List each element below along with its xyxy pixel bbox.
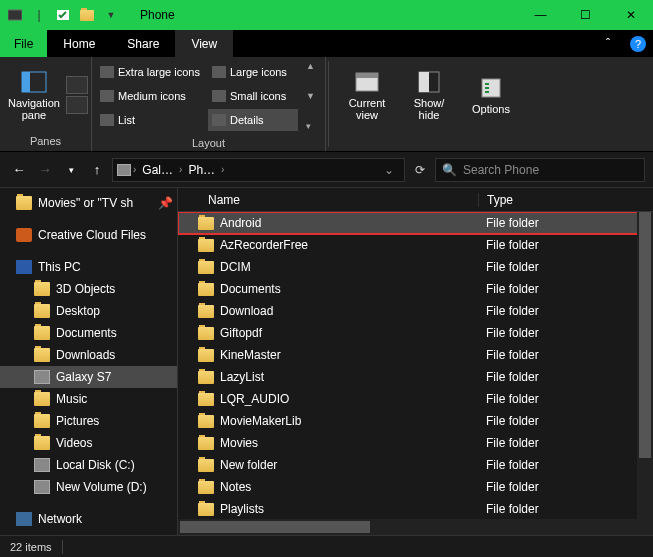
vertical-scrollbar[interactable]	[637, 212, 653, 519]
search-input[interactable]: 🔍 Search Phone	[435, 158, 645, 182]
file-row[interactable]: PlaylistsFile folder	[178, 498, 653, 519]
layout-large-icons[interactable]: Large icons	[208, 61, 298, 83]
layout-group-label: Layout	[92, 135, 325, 153]
titlebar: | ▼ Phone — ☐ ✕	[0, 0, 653, 30]
file-row[interactable]: New folderFile folder	[178, 454, 653, 476]
layout-list[interactable]: List	[96, 109, 206, 131]
navigation-pane-button[interactable]: Navigation pane	[8, 69, 60, 121]
folder-icon	[198, 481, 214, 494]
layout-small-icons[interactable]: Small icons	[208, 85, 298, 107]
item-count: 22 items	[10, 541, 52, 553]
tree-new-volume-d-[interactable]: New Volume (D:)	[0, 476, 177, 498]
crumb-0[interactable]: Gal…	[138, 163, 177, 177]
svg-rect-0	[8, 10, 22, 20]
folder-icon	[198, 503, 214, 516]
qat-icon[interactable]	[4, 4, 26, 26]
qat-dropdown-icon[interactable]: ▼	[100, 4, 122, 26]
col-type[interactable]: Type	[478, 193, 653, 207]
help-button[interactable]: ?	[623, 30, 653, 57]
folder-icon	[34, 304, 50, 318]
tree-galaxy-s7[interactable]: Galaxy S7	[0, 366, 177, 388]
tree-videos[interactable]: Videos	[0, 432, 177, 454]
crumb-dropdown-icon[interactable]: ⌄	[378, 163, 400, 177]
folder-icon	[198, 415, 214, 428]
file-row[interactable]: DCIMFile folder	[178, 256, 653, 278]
file-row[interactable]: AzRecorderFreeFile folder	[178, 234, 653, 256]
forward-button[interactable]: →	[34, 159, 56, 181]
file-row[interactable]: GiftopdfFile folder	[178, 322, 653, 344]
tree-desktop[interactable]: Desktop	[0, 300, 177, 322]
refresh-button[interactable]: ⟳	[409, 163, 431, 177]
cloud-icon	[16, 228, 32, 242]
back-button[interactable]: ←	[8, 159, 30, 181]
tree-movies-or-tv-sh[interactable]: Movies" or "TV sh📌	[0, 192, 177, 214]
panes-group-label: Panes	[0, 133, 91, 151]
layout-medium-icons[interactable]: Medium icons	[96, 85, 206, 107]
tree-local-disk-c-[interactable]: Local Disk (C:)	[0, 454, 177, 476]
options-button[interactable]: Options	[463, 75, 519, 115]
folder-icon	[34, 282, 50, 296]
maximize-button[interactable]: ☐	[563, 0, 608, 30]
breadcrumb[interactable]: › Gal… › Ph… › ⌄	[112, 158, 405, 182]
folder-icon	[198, 327, 214, 340]
search-placeholder: Search Phone	[463, 163, 539, 177]
folder-icon	[198, 239, 214, 252]
nav-tree: Movies" or "TV sh📌Creative Cloud FilesTh…	[0, 188, 178, 535]
svg-rect-5	[356, 73, 378, 78]
tree-3d-objects[interactable]: 3D Objects	[0, 278, 177, 300]
drive-icon	[34, 480, 50, 494]
minimize-button[interactable]: —	[518, 0, 563, 30]
tree-pictures[interactable]: Pictures	[0, 410, 177, 432]
file-row[interactable]: LazyListFile folder	[178, 366, 653, 388]
layout-details[interactable]: Details	[208, 109, 298, 131]
up-button[interactable]: ↑	[86, 159, 108, 181]
file-row[interactable]: AndroidFile folder	[178, 212, 653, 234]
tree-this-pc[interactable]: This PC	[0, 256, 177, 278]
file-menu[interactable]: File	[0, 30, 47, 57]
layout-extra-large-icons[interactable]: Extra large icons	[96, 61, 206, 83]
folder-icon	[198, 349, 214, 362]
crumb-1[interactable]: Ph…	[184, 163, 219, 177]
horizontal-scrollbar[interactable]	[178, 519, 653, 535]
folder-icon	[34, 326, 50, 340]
tree-network[interactable]: Network	[0, 508, 177, 530]
qat-properties-icon[interactable]	[52, 4, 74, 26]
details-pane-icon[interactable]	[66, 96, 88, 114]
file-row[interactable]: DownloadFile folder	[178, 300, 653, 322]
tree-downloads[interactable]: Downloads	[0, 344, 177, 366]
address-bar: ← → ▾ ↑ › Gal… › Ph… › ⌄ ⟳ 🔍 Search Phon…	[0, 152, 653, 188]
file-row[interactable]: MovieMakerLibFile folder	[178, 410, 653, 432]
close-button[interactable]: ✕	[608, 0, 653, 30]
pc-icon	[16, 260, 32, 274]
tree-creative-cloud-files[interactable]: Creative Cloud Files	[0, 224, 177, 246]
tab-home[interactable]: Home	[47, 30, 111, 57]
drive-icon	[117, 164, 131, 176]
file-row[interactable]: NotesFile folder	[178, 476, 653, 498]
tree-documents[interactable]: Documents	[0, 322, 177, 344]
folder-icon	[34, 414, 50, 428]
tab-view[interactable]: View	[175, 30, 233, 57]
recent-dropdown-icon[interactable]: ▾	[60, 159, 82, 181]
svg-rect-7	[419, 72, 429, 92]
qat-folder-icon[interactable]	[76, 4, 98, 26]
ribbon-collapse-icon[interactable]: ˆ	[593, 30, 623, 57]
file-row[interactable]: LQR_AUDIOFile folder	[178, 388, 653, 410]
file-row[interactable]: KineMasterFile folder	[178, 344, 653, 366]
ribbon: Navigation pane Panes Extra large iconsL…	[0, 57, 653, 152]
tab-share[interactable]: Share	[111, 30, 175, 57]
column-header: Name Type	[178, 188, 653, 212]
col-name[interactable]: Name	[178, 193, 478, 207]
show-hide-button[interactable]: Show/ hide	[401, 69, 457, 121]
file-list: Name Type AndroidFile folderAzRecorderFr…	[178, 188, 653, 535]
preview-pane-icon[interactable]	[66, 76, 88, 94]
current-view-button[interactable]: Current view	[339, 69, 395, 121]
folder-icon	[198, 459, 214, 472]
file-row[interactable]: DocumentsFile folder	[178, 278, 653, 300]
file-row[interactable]: MoviesFile folder	[178, 432, 653, 454]
layout-scroll-down-icon[interactable]: ▼	[306, 91, 315, 101]
folder-icon	[34, 436, 50, 450]
layout-more-icon[interactable]: ▾	[306, 121, 315, 131]
tree-music[interactable]: Music	[0, 388, 177, 410]
folder-icon	[198, 305, 214, 318]
layout-scroll-up-icon[interactable]: ▲	[306, 61, 315, 71]
